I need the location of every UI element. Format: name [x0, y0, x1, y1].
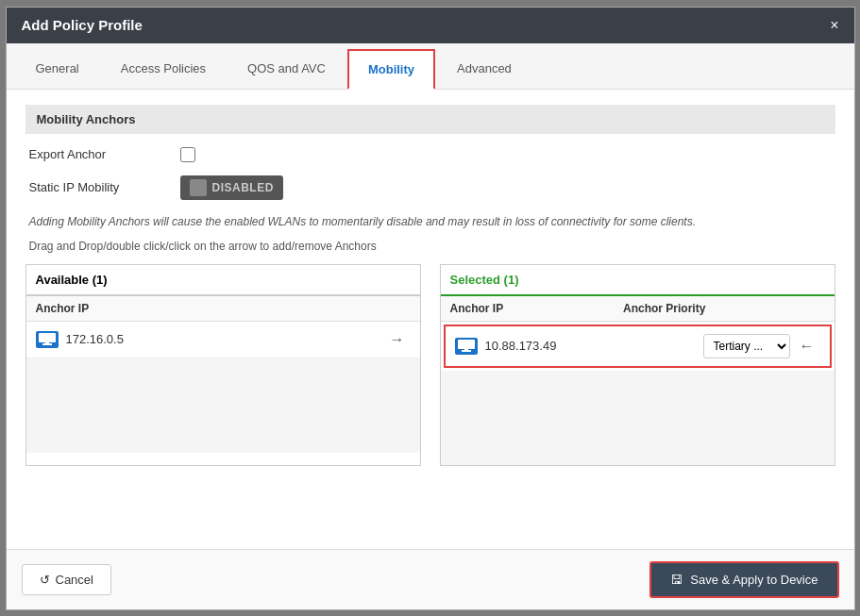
tab-advanced[interactable]: Advanced [437, 49, 531, 89]
svg-rect-1 [42, 343, 52, 345]
device-icon-available [36, 331, 59, 348]
selected-ip-0: 10.88.173.49 [485, 339, 703, 353]
modal: Add Policy Profile × General Access Poli… [6, 7, 855, 610]
tab-access-policies[interactable]: Access Policies [101, 49, 226, 89]
save-button[interactable]: 🖫 Save & Apply to Device [649, 561, 838, 598]
available-item-0: 172.16.0.5 → [26, 322, 420, 358]
save-icon: 🖫 [670, 573, 683, 587]
section-title: Mobility Anchors [25, 105, 835, 134]
tab-qos-avc[interactable]: QOS and AVC [228, 49, 346, 89]
add-anchor-button-0[interactable]: → [384, 329, 411, 350]
export-anchor-label: Export Anchor [29, 147, 180, 161]
tabs-bar: General Access Policies QOS and AVC Mobi… [7, 43, 854, 90]
svg-rect-5 [464, 349, 468, 350]
priority-select-0[interactable]: Primary Secondary Tertiary ... [703, 334, 790, 358]
available-header: Available (1) [26, 265, 420, 296]
modal-body: Mobility Anchors Export Anchor Static IP… [7, 90, 854, 549]
cancel-icon: ↺ [40, 573, 50, 587]
tab-general[interactable]: General [16, 49, 99, 89]
selected-item-0-wrapper: 10.88.173.49 Primary Secondary Tertiary … [444, 325, 832, 368]
notice-text: Adding Mobility Anchors will cause the e… [25, 213, 835, 230]
modal-close-button[interactable]: × [830, 17, 838, 34]
selected-columns: Anchor IP Anchor Priority [441, 296, 835, 322]
available-col-ip: Anchor IP [36, 302, 411, 315]
selected-col-priority: Anchor Priority [623, 302, 797, 315]
selected-col-action [797, 302, 825, 315]
toggle-text: DISABLED [212, 181, 274, 194]
selected-empty-area [441, 371, 835, 465]
export-anchor-checkbox[interactable] [180, 147, 195, 162]
modal-header: Add Policy Profile × [7, 8, 854, 43]
selected-col-ip: Anchor IP [450, 302, 624, 315]
svg-rect-4 [462, 350, 471, 352]
device-icon-selected [455, 338, 478, 355]
static-ip-label: Static IP Mobility [29, 180, 180, 194]
export-anchor-row: Export Anchor [25, 147, 835, 162]
toggle-circle [190, 179, 207, 196]
modal-overlay: Add Policy Profile × General Access Poli… [0, 0, 860, 616]
cancel-label: Cancel [56, 573, 93, 587]
svg-rect-0 [39, 333, 56, 342]
remove-anchor-button-0[interactable]: ← [794, 336, 820, 357]
selected-item-0: 10.88.173.49 Primary Secondary Tertiary … [446, 326, 830, 366]
cancel-button[interactable]: ↺ Cancel [22, 564, 111, 595]
tab-mobility[interactable]: Mobility [347, 49, 435, 90]
drag-hint: Drag and Drop/double click/click on the … [25, 240, 835, 253]
svg-rect-3 [458, 340, 475, 349]
selected-list: Selected (1) Anchor IP Anchor Priority [440, 264, 835, 466]
save-label: Save & Apply to Device [690, 573, 818, 587]
available-empty-area [26, 358, 420, 453]
available-list: Available (1) Anchor IP 172.16.0.5 [25, 264, 421, 466]
anchor-lists: Available (1) Anchor IP 172.16.0.5 [25, 264, 835, 466]
modal-footer: ↺ Cancel 🖫 Save & Apply to Device [7, 549, 854, 609]
modal-title: Add Policy Profile [22, 17, 143, 33]
available-columns: Anchor IP [26, 296, 420, 322]
static-ip-row: Static IP Mobility DISABLED [25, 175, 835, 200]
available-ip-0: 172.16.0.5 [66, 332, 384, 346]
static-ip-toggle[interactable]: DISABLED [180, 175, 283, 200]
svg-rect-2 [45, 342, 49, 343]
selected-header: Selected (1) [441, 265, 835, 296]
